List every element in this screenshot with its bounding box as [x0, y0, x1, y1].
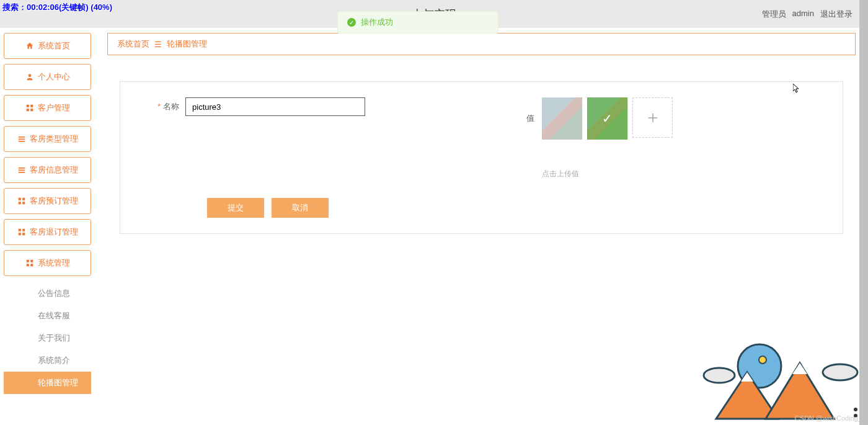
- name-input[interactable]: [185, 97, 365, 116]
- svg-rect-5: [18, 136, 25, 138]
- vertical-scrollbar[interactable]: [859, 0, 868, 425]
- svg-rect-20: [30, 260, 33, 262]
- name-field-group: 名称: [157, 97, 365, 116]
- svg-rect-1: [26, 105, 29, 107]
- sidebar-item-system[interactable]: 系统管理: [4, 250, 91, 276]
- svg-rect-16: [22, 229, 25, 231]
- mouse-cursor-icon: [793, 84, 800, 94]
- sidebar-item-label: 系统管理: [38, 257, 70, 269]
- name-label: 名称: [157, 101, 179, 112]
- value-label: 值: [526, 113, 534, 124]
- breadcrumb-current: 轮播图管理: [167, 38, 207, 50]
- home-icon: [25, 42, 34, 50]
- sidebar-item-room-types[interactable]: 客房类型管理: [4, 126, 91, 152]
- breadcrumb-separator-icon: ☰: [154, 40, 162, 49]
- edit-form-card: 名称 值: [120, 81, 843, 234]
- sidebar-item-label: 客房退订管理: [30, 226, 78, 238]
- grid-icon: [17, 228, 26, 236]
- logout-link[interactable]: 退出登录: [820, 9, 852, 20]
- main-content: 系统首页 ☰ 轮播图管理 名称 值: [95, 28, 868, 425]
- svg-rect-13: [18, 202, 20, 204]
- image-thumbnail-selected[interactable]: [587, 97, 627, 140]
- sidebar-item-bookings[interactable]: 客房预订管理: [4, 188, 91, 214]
- check-circle-icon: ✓: [347, 18, 356, 27]
- svg-point-0: [28, 74, 31, 77]
- sub-item-about[interactable]: 关于我们: [4, 327, 91, 349]
- svg-rect-12: [22, 198, 25, 200]
- grid-icon: [25, 104, 34, 112]
- svg-rect-8: [18, 168, 25, 169]
- sidebar-item-label: 客房信息管理: [30, 164, 78, 176]
- sidebar-item-label: 客房预订管理: [30, 195, 78, 207]
- svg-rect-4: [30, 109, 33, 111]
- submit-button[interactable]: 提交: [207, 198, 264, 218]
- grid-icon: [17, 197, 26, 205]
- sidebar-item-profile[interactable]: 个人中心: [4, 64, 91, 90]
- grid-icon: [25, 259, 34, 267]
- svg-rect-11: [18, 198, 20, 200]
- cancel-button[interactable]: 取消: [272, 198, 329, 218]
- image-thumbnail[interactable]: [542, 97, 582, 140]
- sidebar-item-customers[interactable]: 客户管理: [4, 95, 91, 121]
- breadcrumb-root[interactable]: 系统首页: [117, 38, 149, 50]
- add-image-button[interactable]: [632, 97, 673, 138]
- sidebar-item-label: 客户管理: [38, 102, 70, 114]
- svg-rect-2: [30, 105, 33, 107]
- username[interactable]: admin: [792, 9, 814, 20]
- sidebar-item-cancellations[interactable]: 客房退订管理: [4, 219, 91, 245]
- sidebar-item-label: 客房类型管理: [30, 133, 78, 145]
- sub-item-announcements[interactable]: 公告信息: [4, 282, 91, 305]
- svg-rect-22: [30, 264, 33, 266]
- plus-icon: [646, 111, 660, 125]
- svg-rect-19: [26, 260, 29, 262]
- success-toast: ✓ 操作成功: [337, 11, 498, 34]
- search-overlay-text: 搜索：00:02:06(关键帧) (40%): [2, 2, 112, 13]
- svg-rect-3: [26, 109, 29, 111]
- sidebar-item-label: 系统首页: [38, 40, 70, 51]
- svg-rect-9: [18, 169, 25, 171]
- sidebar-item-home[interactable]: 系统首页: [4, 33, 91, 59]
- breadcrumb: 系统首页 ☰ 轮播图管理: [107, 33, 856, 55]
- svg-rect-14: [22, 202, 25, 204]
- toast-message: 操作成功: [361, 17, 393, 28]
- svg-rect-17: [18, 233, 20, 235]
- role-label: 管理员: [762, 9, 786, 20]
- list-icon: [17, 166, 26, 174]
- sub-item-carousel[interactable]: 轮播图管理: [4, 372, 91, 394]
- sub-item-support[interactable]: 在线客服: [4, 305, 91, 327]
- upload-hint: 点击上传值: [542, 169, 673, 179]
- upload-field-group: 值 点击上传值: [526, 97, 673, 179]
- svg-rect-18: [22, 233, 25, 235]
- watermark-text: CSDN @wishCoding_: [795, 414, 862, 422]
- sidebar-item-label: 个人中心: [38, 71, 70, 83]
- svg-rect-7: [18, 141, 25, 142]
- sidebar: 系统首页 个人中心 客户管理 客房类型管理 客房信息管理 客房预订管理 客房退订…: [0, 28, 95, 425]
- svg-rect-21: [26, 264, 29, 266]
- list-icon: [17, 135, 26, 143]
- sub-item-intro[interactable]: 系统简介: [4, 349, 91, 372]
- svg-rect-10: [18, 172, 25, 173]
- svg-rect-6: [18, 138, 25, 140]
- svg-rect-15: [18, 229, 20, 231]
- user-icon: [25, 73, 34, 81]
- sidebar-item-room-info[interactable]: 客房信息管理: [4, 157, 91, 183]
